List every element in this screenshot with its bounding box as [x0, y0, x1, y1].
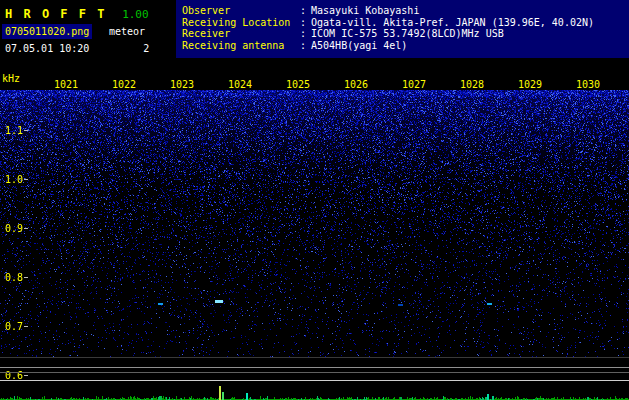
echo-count: 2	[143, 43, 149, 54]
spectrogram-noise-canvas	[0, 90, 629, 357]
meteor-echo	[215, 300, 223, 303]
datetime-label: 07.05.01 10:20	[5, 43, 89, 54]
info-colon: :	[300, 40, 306, 51]
signal-meter-canvas	[0, 383, 629, 400]
file-row: 0705011020.png meteor	[2, 20, 145, 39]
y-axis-unit-label: kHz	[2, 73, 20, 84]
meteor-echo	[487, 303, 492, 305]
info-label: Observer	[182, 5, 300, 17]
x-tick-label: 1027	[400, 79, 428, 90]
info-label: Receiving antenna	[182, 40, 300, 52]
info-colon: :	[300, 5, 306, 16]
info-value: ICOM IC-575 53.7492(8LCD)MHz USB	[311, 28, 504, 39]
info-row-location: Receiving Location:Ogata-vill. Akita-Pre…	[182, 17, 629, 29]
separator-line	[0, 357, 629, 358]
separator-line	[0, 380, 629, 381]
x-tick-label: 1025	[284, 79, 312, 90]
separator-line	[0, 372, 629, 373]
x-tick-label: 1026	[342, 79, 370, 90]
y-tick-label: 0.8	[3, 272, 23, 283]
app-title: H R O F F T	[5, 7, 106, 21]
x-tick-label: 1021	[52, 79, 80, 90]
x-tick-label: 1023	[168, 79, 196, 90]
y-tick-mark	[24, 277, 28, 278]
y-tick-mark	[24, 228, 28, 229]
meteor-echo	[158, 303, 163, 305]
info-label: Receiving Location	[182, 17, 300, 29]
x-tick-label: 1029	[516, 79, 544, 90]
hrofft-screen: H R O F F T 1.00 0705011020.png meteor 0…	[0, 0, 629, 400]
x-tick-label: 1022	[110, 79, 138, 90]
info-value: Ogata-vill. Akita-Pref. JAPAN (139.96E, …	[311, 17, 594, 28]
x-tick-label: 1024	[226, 79, 254, 90]
y-tick-label: 1.1	[3, 125, 23, 136]
time-row: 07.05.01 10:20 2	[5, 43, 149, 54]
observer-info-panel: Observer:Masayuki Kobayashi Receiving Lo…	[176, 0, 629, 58]
info-row-receiver: Receiver:ICOM IC-575 53.7492(8LCD)MHz US…	[182, 28, 629, 40]
info-row-observer: Observer:Masayuki Kobayashi	[182, 5, 629, 17]
y-tick-mark	[24, 375, 28, 376]
y-tick-mark	[24, 326, 28, 327]
filename-badge: 0705011020.png	[2, 24, 92, 39]
y-tick-label: 0.9	[3, 223, 23, 234]
x-tick-label: 1030	[574, 79, 602, 90]
info-colon: :	[300, 28, 306, 39]
info-label: Receiver	[182, 28, 300, 40]
header-left: H R O F F T 1.00 0705011020.png meteor 0…	[0, 0, 176, 72]
y-tick-label: 0.7	[3, 321, 23, 332]
info-row-antenna: Receiving antenna:A504HB(yagi 4el)	[182, 40, 629, 52]
mode-label: meteor	[109, 26, 145, 37]
y-tick-mark	[24, 179, 28, 180]
meteor-echo	[398, 304, 403, 306]
y-tick-label: 1.0	[3, 174, 23, 185]
y-tick-mark	[24, 130, 28, 131]
x-tick-label: 1028	[458, 79, 486, 90]
info-colon: :	[300, 17, 306, 28]
separator-line	[0, 367, 629, 368]
info-value: A504HB(yagi 4el)	[311, 40, 407, 51]
info-value: Masayuki Kobayashi	[311, 5, 419, 16]
